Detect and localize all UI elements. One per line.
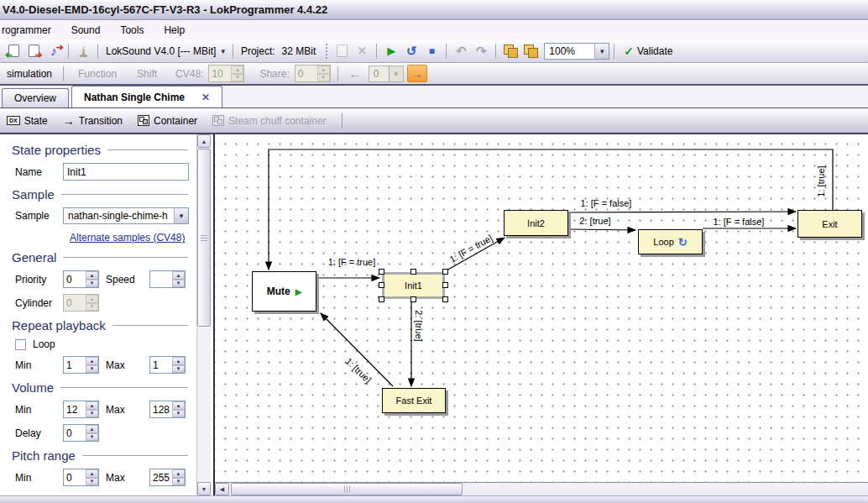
- spin-down-icon[interactable]: ▼: [86, 280, 98, 288]
- simulation-mode-label: simulation: [7, 68, 52, 80]
- spin-down-icon[interactable]: ▼: [172, 410, 185, 418]
- delay-value[interactable]: [64, 425, 86, 441]
- spin-up-icon[interactable]: ▲: [172, 401, 185, 410]
- spin-up-icon[interactable]: ▲: [86, 425, 98, 433]
- simulation-stop-button[interactable]: ■: [421, 42, 442, 60]
- menu-tools[interactable]: Tools: [110, 22, 154, 39]
- zoom-combo[interactable]: 100% ▾: [544, 43, 609, 60]
- spin-down-icon[interactable]: ▼: [172, 280, 185, 288]
- disabled-doc-icon: [337, 45, 348, 57]
- menu-help[interactable]: Help: [154, 22, 195, 39]
- repeat-max-value[interactable]: [150, 357, 172, 373]
- chevron-down-icon[interactable]: ▾: [594, 44, 609, 59]
- panel-vertical-scrollbar[interactable]: ▲ ▼: [196, 134, 211, 495]
- tab-nathan-single-chime[interactable]: Nathan Single Chime ✕: [71, 86, 222, 107]
- selection-handle[interactable]: [379, 296, 384, 302]
- repeat-max-spinner[interactable]: ▲ ▼: [149, 356, 186, 374]
- menu-sound[interactable]: Sound: [61, 22, 111, 39]
- repeat-min-value[interactable]: [64, 357, 86, 373]
- selection-handle[interactable]: [410, 296, 416, 302]
- cv48-spinner: ▲ ▼: [208, 65, 244, 82]
- pitch-min-value[interactable]: [64, 469, 86, 485]
- selection-handle[interactable]: [442, 296, 448, 302]
- spin-down-icon[interactable]: ▼: [172, 365, 185, 374]
- menu-programmer[interactable]: rogrammer: [0, 22, 61, 39]
- state-node-fast-exit[interactable]: Fast Exit: [382, 388, 446, 413]
- selection-handle[interactable]: [379, 269, 384, 275]
- scroll-up-button[interactable]: ▲: [197, 134, 211, 148]
- chevron-down-icon[interactable]: ▾: [174, 208, 188, 223]
- speed-value[interactable]: [150, 271, 172, 287]
- read-decoder-button[interactable]: ➜: [3, 42, 24, 60]
- loop-checkbox[interactable]: [15, 339, 26, 350]
- spin-up-icon[interactable]: ▲: [172, 357, 185, 365]
- sample-combo[interactable]: nathan-single-chime-h ▾: [63, 207, 189, 224]
- delay-spinner[interactable]: ▲ ▼: [63, 424, 99, 442]
- add-state-button[interactable]: DX State: [7, 115, 48, 127]
- step-forward-button[interactable]: →: [407, 65, 427, 82]
- spin-down-icon[interactable]: ▼: [172, 478, 185, 486]
- pitch-min-spinner[interactable]: ▲ ▼: [63, 469, 99, 486]
- selection-handle[interactable]: [442, 282, 448, 288]
- pitch-max-value[interactable]: [150, 469, 172, 485]
- delete-button-disabled: ✕: [352, 42, 372, 60]
- spin-down-icon[interactable]: ▼: [86, 478, 98, 486]
- send-to-back-button[interactable]: [520, 42, 541, 60]
- scrollbar-thumb[interactable]: [197, 149, 211, 327]
- volume-max-spinner[interactable]: ▲ ▼: [149, 401, 186, 418]
- spin-down-icon[interactable]: ▼: [86, 410, 98, 418]
- spin-up-icon[interactable]: ▲: [172, 271, 185, 280]
- tab-overview[interactable]: Overview: [2, 88, 69, 107]
- selection-handle[interactable]: [442, 269, 448, 275]
- write-sound-button[interactable]: ♪ ➜: [44, 42, 64, 60]
- volume-max-value[interactable]: [150, 401, 172, 417]
- simulation-play-button[interactable]: ▶: [381, 42, 401, 60]
- spin-up-icon[interactable]: ▲: [86, 469, 98, 478]
- add-steam-chuff-container-label: Steam chuff container: [228, 115, 327, 127]
- alternate-samples-link[interactable]: Alternate samples (CV48): [70, 232, 185, 244]
- validate-button[interactable]: ✓ Validate: [619, 42, 677, 60]
- state-node-mute[interactable]: Mute ▶: [252, 271, 316, 312]
- state-node-init2[interactable]: Init2: [504, 210, 568, 236]
- bring-to-front-button[interactable]: [500, 42, 520, 60]
- write-decoder-button[interactable]: ➜: [24, 42, 44, 60]
- spin-down-icon[interactable]: ▼: [86, 365, 98, 374]
- share-spinner: ▲ ▼: [295, 65, 331, 82]
- scroll-left-button[interactable]: ◀: [215, 483, 229, 495]
- spin-up-icon[interactable]: ▲: [86, 401, 98, 410]
- separator: [68, 44, 69, 59]
- node-label: Mute: [267, 286, 290, 297]
- add-container-button[interactable]: Container: [138, 115, 197, 127]
- spin-up-icon[interactable]: ▲: [86, 271, 98, 280]
- programmer-device-button[interactable]: [73, 42, 93, 60]
- state-node-exit[interactable]: Exit: [797, 210, 862, 238]
- spin-up-icon[interactable]: ▲: [86, 357, 98, 365]
- repeat-min-spinner[interactable]: ▲ ▼: [63, 356, 99, 374]
- state-node-init1-selected[interactable]: Init1: [382, 272, 445, 299]
- section-title: Pitch range: [12, 448, 76, 463]
- step-back-button[interactable]: ←: [345, 65, 365, 82]
- canvas-horizontal-scrollbar[interactable]: ◀: [215, 482, 868, 495]
- spin-down-icon[interactable]: ▼: [86, 433, 98, 442]
- volume-min-value[interactable]: [64, 401, 86, 417]
- speed-spinner[interactable]: ▲ ▼: [149, 270, 186, 288]
- priority-value[interactable]: [64, 271, 86, 287]
- thumb-grip: [344, 486, 350, 493]
- tab-close-icon[interactable]: ✕: [201, 92, 210, 103]
- name-field[interactable]: [63, 163, 189, 181]
- priority-spinner[interactable]: ▲ ▼: [63, 270, 99, 288]
- simulation-reset-button[interactable]: ↺: [401, 42, 421, 60]
- bring-to-front-icon: [504, 45, 518, 57]
- selection-handle[interactable]: [410, 269, 416, 275]
- spin-up-icon[interactable]: ▲: [172, 469, 185, 478]
- scroll-down-button[interactable]: ▼: [197, 482, 211, 495]
- volume-min-spinner[interactable]: ▲ ▼: [63, 401, 99, 418]
- diagram-canvas[interactable]: 1: [true] 1: [F = true] 1: [F = true] 1:…: [215, 134, 868, 482]
- add-transition-button[interactable]: → Transition: [63, 114, 123, 128]
- spin-down-icon: ▼: [86, 303, 98, 312]
- scrollbar-thumb[interactable]: [231, 483, 463, 495]
- pitch-max-spinner[interactable]: ▲ ▼: [149, 469, 186, 486]
- state-node-loop[interactable]: Loop ↻: [638, 229, 703, 254]
- selection-handle[interactable]: [379, 282, 384, 288]
- decoder-type-combo[interactable]: LokSound V4.0 [--- MBit] ▾: [102, 42, 228, 60]
